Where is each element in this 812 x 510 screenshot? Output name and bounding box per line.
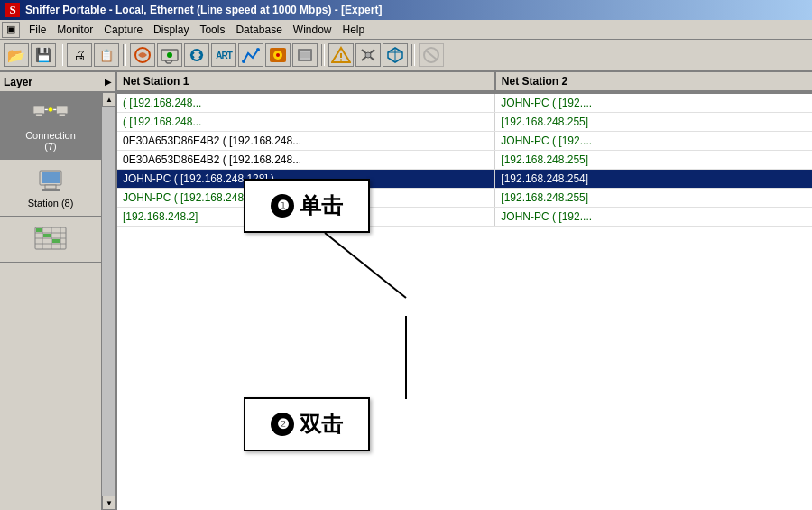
svg-rect-28 bbox=[59, 114, 65, 116]
menu-file[interactable]: File bbox=[23, 22, 51, 38]
menu-window[interactable]: Window bbox=[288, 22, 337, 38]
menu-capture[interactable]: Capture bbox=[98, 22, 148, 38]
annotation-2-number: ❷ bbox=[271, 413, 294, 436]
table-cell-station2: JOHN-PC ( [192.... bbox=[495, 132, 812, 150]
app-logo: S bbox=[5, 3, 20, 17]
svg-point-3 bbox=[242, 60, 245, 63]
table-cell-station1: ( [192.168.248... bbox=[117, 94, 495, 112]
menu-icon: ▣ bbox=[2, 22, 20, 38]
svg-rect-27 bbox=[56, 106, 68, 114]
svg-rect-44 bbox=[36, 228, 42, 232]
svg-rect-45 bbox=[43, 234, 51, 237]
menu-monitor[interactable]: Monitor bbox=[51, 22, 98, 38]
sidebar-header: Layer ▶ bbox=[0, 72, 115, 92]
table-header: Net Station 1 Net Station 2 bbox=[117, 72, 812, 94]
svg-rect-29 bbox=[57, 116, 67, 118]
col-header-station1: Net Station 1 bbox=[117, 72, 496, 92]
sidebar-item-protocol[interactable] bbox=[0, 217, 101, 263]
sidebar-item-station[interactable]: Station (8) bbox=[0, 160, 101, 217]
table-body: ( [192.168.248... JOHN-PC ( [192.... ( [… bbox=[117, 94, 812, 510]
svg-rect-24 bbox=[33, 106, 45, 114]
annotation-single-click: ❶ 单击 bbox=[244, 179, 370, 233]
toolbar-sep3 bbox=[321, 44, 325, 66]
table-row[interactable]: 0E30A653D86E4B2 ( [192.168.248... [192.1… bbox=[117, 151, 812, 170]
sidebar-inner: Connection(7) Station (8) bbox=[0, 92, 115, 510]
sidebar-items-list: Connection(7) Station (8) bbox=[0, 92, 101, 510]
svg-point-18 bbox=[365, 52, 371, 58]
main-area: Layer ▶ bbox=[0, 72, 812, 510]
table-cell-station2: JOHN-PC ( [192.... bbox=[495, 94, 812, 112]
menu-help[interactable]: Help bbox=[337, 22, 371, 38]
annotation-double-click: ❷ 双击 bbox=[244, 397, 370, 451]
table-cell-station2: [192.168.248.255] bbox=[495, 189, 812, 207]
toolbar-art[interactable]: ART bbox=[211, 43, 236, 67]
table-row[interactable]: ( [192.168.248... JOHN-PC ( [192.... bbox=[117, 94, 812, 113]
toolbar-monitor1[interactable] bbox=[130, 43, 155, 67]
menu-display[interactable]: Display bbox=[148, 22, 194, 38]
table-cell-station1: ( [192.168.248... bbox=[117, 113, 495, 131]
toolbar-cd[interactable] bbox=[292, 43, 318, 67]
toolbar-monitor2[interactable] bbox=[157, 43, 182, 67]
svg-point-32 bbox=[48, 107, 52, 112]
table-row[interactable]: ( [192.168.248... [192.168.248.255] bbox=[117, 113, 812, 132]
toolbar: 📂 💾 🖨 📋 ART bbox=[0, 40, 812, 72]
svg-rect-36 bbox=[42, 172, 60, 183]
sidebar-scrollbar[interactable]: ▲ ▼ bbox=[101, 92, 115, 510]
toolbar-open[interactable]: 📂 bbox=[4, 43, 29, 67]
svg-point-2 bbox=[167, 52, 172, 58]
toolbar-copy[interactable]: 📋 bbox=[94, 43, 119, 67]
title-bar: S Sniffer Portable - Local, Ethernet (Li… bbox=[0, 0, 812, 20]
svg-point-15 bbox=[340, 59, 342, 60]
svg-rect-35 bbox=[42, 189, 60, 191]
table-cell-station2: [192.168.248.255] bbox=[495, 151, 812, 169]
station-icon bbox=[32, 167, 69, 196]
toolbar-chart[interactable] bbox=[238, 43, 263, 67]
sidebar-station-label: Station (8) bbox=[28, 198, 74, 209]
title-text: Sniffer Portable - Local, Ethernet (Line… bbox=[25, 4, 382, 16]
sidebar-connection-label: Connection(7) bbox=[25, 130, 76, 152]
svg-point-4 bbox=[256, 48, 260, 51]
toolbar-disabled bbox=[419, 43, 444, 67]
table-row-selected[interactable]: JOHN-PC ( [192.168.248.128] ) [192.168.2… bbox=[117, 170, 812, 189]
annotation-1-text: 单击 bbox=[300, 191, 343, 220]
table-cell-station1: 0E30A653D86E4B2 ( [192.168.248... bbox=[117, 151, 495, 169]
sidebar-scroll-down[interactable]: ▼ bbox=[102, 496, 116, 510]
sidebar-scroll-up[interactable]: ▲ bbox=[102, 92, 116, 107]
content-area: Net Station 1 Net Station 2 ( [192.168.2… bbox=[117, 72, 812, 510]
table-row[interactable]: 0E30A653D86E4B2 ( [192.168.248... JOHN-P… bbox=[117, 132, 812, 151]
table-cell-station2: JOHN-PC ( [192.... bbox=[495, 208, 812, 226]
annotation-2-text: 双击 bbox=[300, 410, 343, 439]
table-cell-station1: 0E30A653D86E4B2 ( [192.168.248... bbox=[117, 132, 495, 150]
protocol-icon bbox=[32, 224, 69, 253]
toolbar-save[interactable]: 💾 bbox=[31, 43, 56, 67]
sidebar: Layer ▶ bbox=[0, 72, 117, 510]
toolbar-sep1 bbox=[60, 44, 63, 66]
menu-tools[interactable]: Tools bbox=[194, 22, 230, 38]
svg-rect-26 bbox=[34, 116, 44, 118]
toolbar-package[interactable] bbox=[383, 43, 408, 67]
toolbar-warning[interactable] bbox=[328, 43, 354, 67]
annotation-1-number: ❶ bbox=[271, 194, 294, 218]
table-row[interactable]: [192.168.248.2] JOHN-PC ( [192.... bbox=[117, 208, 812, 227]
toolbar-sep2 bbox=[123, 44, 126, 66]
connection-icon bbox=[32, 99, 69, 128]
svg-line-23 bbox=[426, 51, 437, 60]
table-row[interactable]: JOHN-PC ( [192.168.248.128] ) [192.168.2… bbox=[117, 189, 812, 208]
svg-rect-34 bbox=[45, 185, 56, 189]
table-cell-station2-selected: [192.168.248.254] bbox=[495, 170, 812, 188]
menu-bar: ▣ File Monitor Capture Display Tools Dat… bbox=[0, 20, 812, 40]
toolbar-settings[interactable] bbox=[355, 43, 381, 67]
sidebar-item-connection[interactable]: Connection(7) bbox=[0, 92, 101, 160]
app-window: S Sniffer Portable - Local, Ethernet (Li… bbox=[0, 0, 812, 510]
toolbar-color[interactable] bbox=[265, 43, 291, 67]
toolbar-refresh[interactable] bbox=[184, 43, 209, 67]
menu-database[interactable]: Database bbox=[230, 22, 287, 38]
sidebar-header-label: Layer bbox=[4, 76, 32, 88]
svg-rect-46 bbox=[52, 239, 60, 243]
table-cell-station2: [192.168.248.255] bbox=[495, 113, 812, 131]
svg-point-7 bbox=[276, 53, 280, 57]
col-header-station2: Net Station 2 bbox=[496, 72, 812, 92]
sidebar-expand-arrow[interactable]: ▶ bbox=[105, 77, 112, 87]
sidebar-scroll-track[interactable] bbox=[102, 107, 115, 496]
toolbar-print[interactable]: 🖨 bbox=[67, 43, 92, 67]
